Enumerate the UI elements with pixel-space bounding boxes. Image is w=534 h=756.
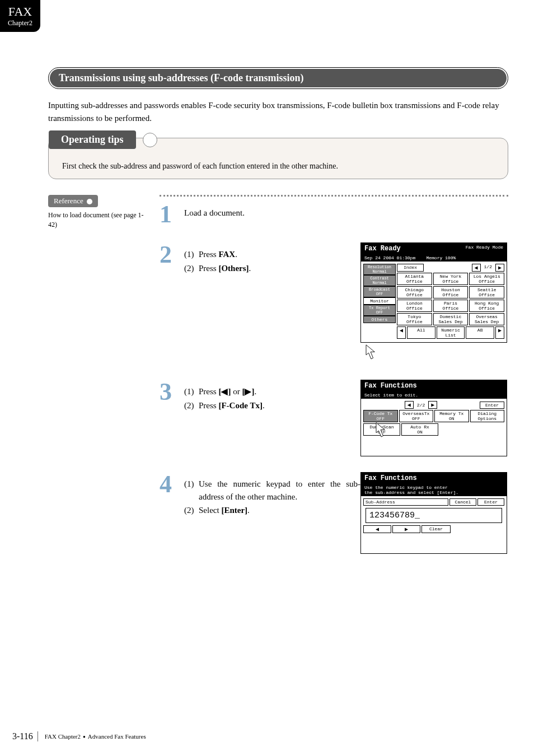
all-button[interactable]: All bbox=[407, 326, 435, 339]
page-number: 3-116 bbox=[12, 731, 38, 741]
sub-address-screen: Fax Functions Use the numeric keypad to … bbox=[360, 472, 507, 554]
tab-title: FAX bbox=[8, 4, 32, 19]
step-substep: (2)Select [Enter]. bbox=[184, 504, 360, 517]
dest-button[interactable]: Overseas Sales Dep bbox=[469, 313, 504, 325]
screen-title: Fax Functions bbox=[364, 474, 417, 482]
cancel-button[interactable]: Cancel bbox=[449, 498, 476, 506]
step-1: 1 Load a document. bbox=[160, 202, 508, 227]
step-number: 1 bbox=[160, 202, 184, 227]
reference-text: How to load document (see page 1-42) bbox=[48, 211, 144, 230]
autorx-button[interactable]: Auto Rx ON bbox=[401, 423, 438, 436]
dest-button[interactable]: Los Angels Office bbox=[469, 273, 504, 285]
intro-text: Inputting sub-addresses and passwords en… bbox=[48, 99, 508, 124]
section-title-container: Transmissions using sub-addresses (F-cod… bbox=[48, 67, 508, 89]
next-icon[interactable]: ▶ bbox=[495, 326, 504, 339]
dest-button[interactable]: Domestic Sales Dep bbox=[433, 313, 469, 325]
reference-label: Reference bbox=[48, 195, 98, 207]
dest-button[interactable]: Houston Office bbox=[433, 286, 469, 298]
step-substep: (1)Press [◀] or [▶]. bbox=[184, 385, 360, 398]
sub-address-input[interactable]: 123456789_ bbox=[366, 508, 502, 523]
resolution-button[interactable]: Resolution Normal bbox=[363, 264, 396, 275]
step-substep: (1)Use the numeric keypad to enter the s… bbox=[184, 478, 360, 503]
next-page-icon[interactable]: ▶ bbox=[495, 264, 504, 272]
dest-button[interactable]: Paris Office bbox=[433, 300, 469, 312]
next-page-icon[interactable]: ▶ bbox=[428, 401, 437, 409]
tips-title: Operating tips bbox=[49, 130, 136, 149]
dest-button[interactable]: Hong Kong Office bbox=[469, 300, 504, 312]
step-substep: (2)Press [Others]. bbox=[184, 262, 360, 275]
dest-button[interactable]: Tokyo Office bbox=[397, 313, 432, 325]
step-3: 3 (1)Press [◀] or [▶]. (2)Press [F-Code … bbox=[160, 380, 508, 456]
dest-button[interactable]: Chicago Office bbox=[397, 286, 432, 298]
step-text: Load a document. bbox=[184, 202, 508, 220]
fcode-tx-button[interactable]: F-Code Tx OFF bbox=[363, 410, 398, 422]
screen-title: Fax Functions bbox=[364, 382, 417, 390]
footer-section: Advanced Fax Features bbox=[88, 733, 146, 740]
pager-label: 2/2 bbox=[415, 402, 427, 408]
cursor-right-icon[interactable]: ▶ bbox=[392, 525, 420, 533]
enter-button[interactable]: Enter bbox=[480, 402, 504, 409]
footer-chapter: FAX Chapter2 bbox=[45, 733, 81, 740]
screen-subtitle: Select item to edit. bbox=[361, 391, 507, 399]
chapter-tab: FAX Chapter2 bbox=[0, 0, 40, 32]
contrast-button[interactable]: Contrast Normal bbox=[363, 275, 396, 286]
step-substep: (2)Press [F-Code Tx]. bbox=[184, 399, 360, 412]
step-substep: (1)Press FAX. bbox=[184, 248, 360, 261]
cursor-left-icon[interactable]: ◀ bbox=[363, 525, 391, 533]
dest-button[interactable]: New York Office bbox=[433, 273, 469, 285]
overseas-tx-button[interactable]: OverseasTx OFF bbox=[399, 410, 434, 422]
tips-text: First check the sub-address and password… bbox=[62, 162, 499, 171]
dest-button[interactable]: Atlanta Office bbox=[397, 273, 432, 285]
pointer-icon bbox=[363, 344, 380, 364]
pager-label: 1/2 bbox=[482, 264, 494, 272]
sub-address-label: Sub-Address bbox=[363, 498, 448, 506]
fax-functions-screen: Fax Functions Select item to edit. ◀ 2/2… bbox=[360, 380, 507, 456]
step-number: 3 bbox=[160, 380, 184, 404]
step-number: 4 bbox=[160, 472, 184, 497]
monitor-button[interactable]: Monitor bbox=[363, 297, 396, 305]
txreport-button[interactable]: Tx Report OFF bbox=[363, 305, 396, 316]
prev-page-icon[interactable]: ◀ bbox=[405, 401, 414, 409]
broadcast-button[interactable]: Broadcast OFF bbox=[363, 286, 396, 297]
screen-statusbar: Sep 24 2004 01:30pm Memory 100% bbox=[361, 254, 507, 262]
memory-tx-button[interactable]: Memory Tx ON bbox=[434, 410, 469, 422]
step-4: 4 (1)Use the numeric keypad to enter the… bbox=[160, 472, 508, 554]
fax-ready-screen: Fax Ready Fax Ready Mode Sep 24 2004 01:… bbox=[360, 242, 507, 343]
dot-icon: ● bbox=[83, 734, 86, 739]
ab-button[interactable]: AB bbox=[466, 326, 494, 339]
screen-mode: Fax Ready Mode bbox=[466, 245, 503, 253]
page-footer: 3-116 FAX Chapter2 ● Advanced Fax Featur… bbox=[12, 731, 146, 741]
screen-help: Use the numeric keypad to enter the sub-… bbox=[361, 484, 507, 496]
dotted-divider-horizontal bbox=[160, 195, 508, 197]
section-title: Transmissions using sub-addresses (F-cod… bbox=[50, 69, 507, 87]
step-2: 2 (1)Press FAX. (2)Press [Others]. Fax R… bbox=[160, 242, 508, 364]
dest-button[interactable]: London Office bbox=[397, 300, 432, 312]
tab-subtitle: Chapter2 bbox=[8, 19, 32, 27]
pointer-icon bbox=[373, 422, 390, 442]
others-button[interactable]: Others bbox=[363, 316, 396, 323]
enter-button[interactable]: Enter bbox=[477, 498, 504, 506]
dest-button[interactable]: Seattle Office bbox=[469, 286, 504, 298]
clear-button[interactable]: Clear bbox=[421, 525, 451, 533]
prev-icon[interactable]: ◀ bbox=[397, 326, 406, 339]
operating-tips-box: Operating tips First check the sub-addre… bbox=[48, 138, 508, 179]
screen-title: Fax Ready bbox=[364, 245, 401, 253]
numeric-list-button[interactable]: Numeric List bbox=[437, 326, 465, 339]
index-button[interactable]: Index bbox=[397, 264, 424, 272]
prev-page-icon[interactable]: ◀ bbox=[472, 264, 481, 272]
step-number: 2 bbox=[160, 242, 184, 267]
dialing-options-button[interactable]: Dialing Options bbox=[470, 410, 505, 422]
